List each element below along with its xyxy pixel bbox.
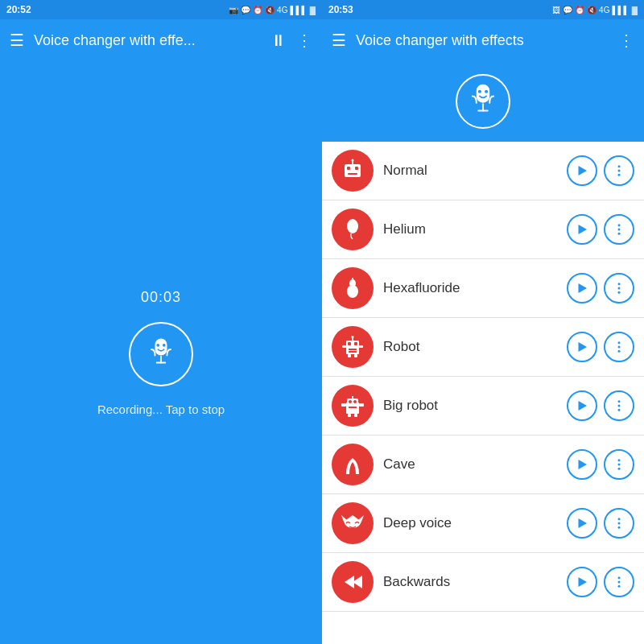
effect-icon-big-robot [332, 385, 374, 427]
left-camera-icon: 📷 [229, 6, 238, 14]
svg-rect-33 [349, 351, 357, 353]
svg-rect-39 [354, 354, 357, 357]
svg-rect-38 [348, 354, 351, 357]
play-hexafluoride-button[interactable] [567, 273, 597, 303]
svg-marker-40 [579, 342, 588, 352]
play-robot-button[interactable] [567, 332, 597, 362]
svg-rect-37 [359, 345, 363, 348]
effect-actions-hexafluoride [567, 273, 634, 303]
more-backwards-button[interactable] [604, 567, 634, 597]
effect-actions-big-robot [567, 390, 634, 421]
svg-point-16 [347, 219, 358, 233]
right-time: 20:53 [328, 4, 552, 15]
list-item: Robot [322, 318, 644, 377]
svg-rect-8 [355, 167, 358, 170]
list-item: Deep voice [322, 494, 644, 553]
right-alarm-icon: ⏰ [575, 6, 584, 14]
svg-rect-50 [341, 403, 346, 407]
effect-name-helium: Helium [383, 221, 557, 237]
svg-rect-51 [359, 403, 364, 407]
play-deep-voice-button[interactable] [567, 508, 597, 539]
left-battery-icon: ▓ [310, 6, 316, 14]
right-msg-icon: 💬 [563, 6, 572, 14]
svg-rect-7 [347, 167, 350, 170]
svg-rect-9 [348, 173, 357, 175]
effect-list: Normal [322, 142, 644, 644]
svg-point-71 [618, 585, 621, 588]
svg-rect-53 [354, 414, 357, 417]
effect-actions-normal [567, 155, 634, 186]
svg-point-47 [353, 400, 357, 403]
play-backwards-button[interactable] [567, 567, 597, 597]
left-pause-icon[interactable]: ⏸ [270, 31, 287, 50]
left-mute-icon: 🔇 [265, 6, 275, 14]
effect-actions-cave [567, 449, 634, 480]
left-menu-icon[interactable]: ⋮ [296, 31, 312, 50]
effect-icon-helium [332, 208, 374, 250]
left-alarm-icon: ⏰ [253, 6, 262, 14]
svg-marker-17 [579, 225, 588, 234]
right-mute-icon: 🔇 [587, 6, 597, 14]
svg-rect-31 [354, 342, 357, 345]
mic-stop-button[interactable] [129, 322, 193, 386]
effect-name-backwards: Backwards [383, 574, 557, 590]
left-hamburger-icon[interactable]: ☰ [10, 31, 24, 50]
svg-point-25 [618, 283, 621, 285]
svg-point-60 [618, 464, 621, 466]
recording-status: Recording... Tap to stop [97, 402, 225, 416]
svg-rect-52 [348, 414, 351, 417]
list-item: Big robot [322, 377, 644, 436]
left-app-title: Voice changer with effe... [34, 32, 261, 49]
effect-name-big-robot: Big robot [383, 398, 557, 414]
effect-name-hexafluoride: Hexafluoride [383, 280, 557, 296]
more-robot-button[interactable] [604, 332, 634, 362]
svg-point-65 [618, 526, 621, 529]
more-hexafluoride-button[interactable] [604, 273, 634, 303]
svg-marker-12 [579, 166, 588, 175]
svg-point-11 [352, 159, 354, 162]
right-img-icon: 🖼 [552, 6, 560, 14]
more-deep-voice-button[interactable] [604, 508, 634, 539]
effect-icon-cave [332, 444, 374, 485]
svg-point-14 [618, 170, 621, 172]
play-cave-button[interactable] [567, 449, 597, 480]
play-normal-button[interactable] [567, 155, 597, 186]
svg-point-5 [485, 90, 488, 93]
more-helium-button[interactable] [604, 214, 634, 245]
svg-point-26 [618, 287, 621, 290]
list-item: Hexafluoride [322, 259, 644, 318]
effect-name-normal: Normal [383, 163, 557, 179]
svg-point-2 [163, 344, 166, 347]
svg-point-27 [618, 291, 621, 294]
svg-point-42 [618, 346, 621, 349]
svg-point-57 [618, 409, 621, 411]
left-signal-icon: ▌▌▌ [290, 6, 307, 14]
right-top-bar: ☰ Voice changer with effects ⋮ [322, 19, 644, 61]
list-item: Helium [322, 200, 644, 259]
svg-rect-3 [477, 85, 489, 103]
right-content: Normal [322, 61, 644, 644]
svg-rect-36 [342, 345, 346, 348]
right-panel: 20:53 🖼 💬 ⏰ 🔇 4G ▌▌▌ ▓ ☰ Voice changer w… [322, 0, 644, 644]
svg-point-46 [349, 400, 352, 403]
list-item: Backwards [322, 553, 644, 612]
left-status-bar: 20:52 📷 💬 ⏰ 🔇 4G ▌▌▌ ▓ [0, 0, 322, 19]
right-status-bar: 20:53 🖼 💬 ⏰ 🔇 4G ▌▌▌ ▓ [322, 0, 644, 19]
svg-rect-30 [348, 342, 351, 345]
play-big-robot-button[interactable] [567, 390, 597, 421]
right-status-icons: 🖼 💬 ⏰ 🔇 4G ▌▌▌ ▓ [552, 6, 638, 14]
svg-point-70 [618, 581, 621, 584]
svg-point-56 [618, 405, 621, 407]
list-item: Normal [322, 142, 644, 200]
right-hamburger-icon[interactable]: ☰ [332, 31, 346, 50]
mic-header-button[interactable] [456, 74, 510, 129]
right-menu-icon[interactable]: ⋮ [618, 31, 634, 50]
svg-marker-68 [579, 577, 588, 587]
more-big-robot-button[interactable] [604, 390, 634, 421]
svg-rect-48 [349, 407, 357, 408]
play-helium-button[interactable] [567, 214, 597, 245]
effect-icon-deep-voice [332, 502, 374, 544]
svg-marker-54 [579, 401, 588, 411]
more-cave-button[interactable] [604, 449, 634, 480]
more-normal-button[interactable] [604, 155, 634, 186]
